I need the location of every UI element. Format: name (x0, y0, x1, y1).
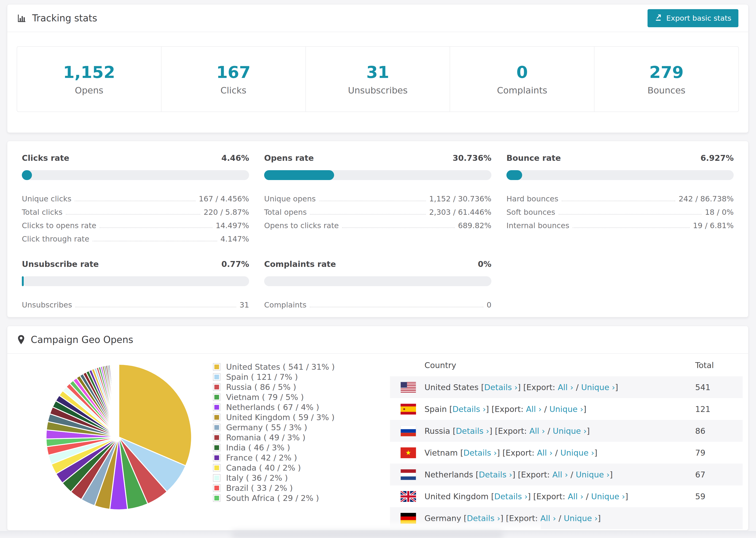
rate-block-complaints-rate: Complaints rate0%Complaints0 (264, 259, 491, 309)
export-all-link[interactable]: All › (529, 426, 545, 436)
rate-progress-fill (507, 170, 522, 180)
export-unique-link[interactable]: Unique › (561, 448, 594, 457)
export-label: Export: (495, 404, 523, 414)
legend-item: Spain ( 121 / 7% ) (213, 372, 335, 382)
geo-table-row-de: Germany [Details ›] [Export: All › / Uni… (390, 507, 743, 529)
details-link[interactable]: Details › (467, 513, 500, 523)
rate-row: Clicks to opens rate14.497% (22, 217, 249, 230)
rate-value: 0.77% (221, 259, 249, 269)
rate-value: 0% (478, 259, 491, 269)
rate-row-value: 4.147% (220, 235, 249, 243)
export-all-link[interactable]: All › (540, 513, 556, 523)
column-header-total: Total (695, 360, 714, 370)
export-label: Export: (498, 426, 527, 436)
export-unique-link[interactable]: Unique › (591, 492, 625, 501)
legend-label: Canada ( 40 / 2% ) (226, 463, 301, 472)
geo-table-row-ru: Russia [Details ›] [Export: All › / Uniq… (390, 420, 743, 442)
rate-row-label: Click through rate (22, 235, 89, 243)
legend-swatch (213, 394, 220, 401)
export-basic-stats-button[interactable]: Export basic stats (648, 9, 738, 27)
rate-value: 6.927% (700, 153, 734, 163)
rate-title: Complaints rate (264, 259, 336, 269)
country-name: Netherlands (424, 470, 473, 479)
dotted-leader (75, 201, 195, 201)
export-unique-link[interactable]: Unique › (564, 513, 598, 523)
rate-row-label: Complaints (264, 300, 306, 309)
legend-label: United States ( 541 / 31% ) (226, 362, 335, 372)
legend-item: Vietnam ( 79 / 5% ) (213, 392, 335, 402)
rate-row: Unsubscribes31 (22, 296, 249, 309)
details-link[interactable]: Details › (453, 404, 486, 414)
export-unique-link[interactable]: Unique › (549, 404, 583, 414)
legend-label: Romania ( 49 / 3% ) (226, 433, 305, 442)
dotted-leader (75, 307, 236, 307)
legend-swatch (213, 475, 220, 481)
export-unique-link[interactable]: Unique › (576, 470, 610, 479)
rate-row-label: Unique clicks (22, 194, 71, 203)
export-all-link[interactable]: All › (568, 492, 583, 501)
rate-progress-track (264, 276, 491, 286)
geo-header: Campaign Geo Opens (7, 326, 748, 354)
export-label: Export: (536, 492, 566, 501)
dotted-leader (99, 228, 212, 228)
details-link[interactable]: Details › (479, 470, 512, 479)
export-all-link[interactable]: All › (558, 383, 573, 392)
dotted-leader (92, 241, 217, 241)
tracking-stats-title: Tracking stats (17, 13, 97, 24)
legend-item: Brazil ( 33 / 2% ) (213, 483, 335, 493)
flag-icon-de (401, 513, 416, 524)
rate-progress-track (264, 170, 491, 180)
legend-label: United Kingdom ( 59 / 3% ) (226, 413, 335, 422)
export-label: Export: (509, 513, 538, 523)
page-title: Tracking stats (32, 13, 97, 24)
export-label: Export: (526, 383, 555, 392)
export-all-link[interactable]: All › (526, 404, 542, 414)
export-unique-link[interactable]: Unique › (581, 383, 615, 392)
legend-item: Romania ( 49 / 3% ) (213, 432, 335, 443)
flag-icon-us (401, 382, 416, 393)
legend-swatch (213, 485, 220, 491)
rate-row-value: 2,303 / 61.446% (429, 208, 491, 217)
rate-progress-fill (264, 170, 334, 180)
legend-label: Vietnam ( 79 / 5% ) (226, 393, 304, 402)
rate-row: Total clicks220 / 5.87% (22, 203, 249, 217)
summary-cell-clicks: 167Clicks (162, 47, 306, 112)
flag-icon-es (401, 404, 416, 414)
summary-row: 1,152Opens167Clicks31Unsubscribes0Compla… (17, 46, 739, 112)
geo-table-row-es: Spain [Details ›] [Export: All › / Uniqu… (390, 398, 743, 420)
legend-label: India ( 46 / 3% ) (226, 443, 290, 452)
dotted-leader (310, 214, 426, 215)
rate-block-unsubscribe-rate: Unsubscribe rate0.77%Unsubscribes31 (22, 259, 249, 309)
details-link[interactable]: Details › (463, 448, 497, 457)
legend-swatch (213, 414, 220, 421)
geo-card: Campaign Geo Opens United States ( 541 /… (7, 326, 748, 530)
flag-icon-ru (401, 426, 416, 436)
legend-label: Spain ( 121 / 7% ) (226, 372, 298, 382)
legend-label: Italy ( 36 / 2% ) (226, 473, 288, 483)
geo-table-row-us: United States [Details ›] [Export: All ›… (390, 376, 743, 398)
map-pin-icon (17, 335, 25, 345)
export-unique-link[interactable]: Unique › (553, 426, 586, 436)
rate-row-label: Total clicks (22, 208, 63, 217)
summary-value: 167 (216, 63, 250, 82)
summary-value: 279 (649, 63, 684, 82)
rate-progress-track (507, 170, 734, 180)
rate-title: Unsubscribe rate (22, 259, 99, 269)
rate-row: Opens to clicks rate689.82% (264, 217, 491, 230)
summary-label: Complaints (497, 85, 547, 95)
rate-title: Opens rate (264, 153, 314, 163)
rate-row: Hard bounces242 / 86.738% (507, 190, 734, 203)
export-all-link[interactable]: All › (537, 448, 553, 457)
geo-table: Country Total United States [Details ›] … (390, 354, 743, 529)
details-link[interactable]: Details › (456, 426, 489, 436)
legend-label: Russia ( 86 / 5% ) (226, 382, 296, 392)
details-link[interactable]: Details › (484, 383, 517, 392)
export-all-link[interactable]: All › (553, 470, 568, 479)
rate-row-value: 242 / 86.738% (678, 194, 734, 203)
legend-item: India ( 46 / 3% ) (213, 443, 335, 453)
rate-row-value: 1,152 / 30.736% (429, 194, 491, 203)
rates-card: Clicks rate4.46%Unique clicks167 / 4.456… (7, 141, 748, 317)
legend-swatch (213, 455, 220, 461)
details-link[interactable]: Details › (494, 492, 527, 501)
geo-pie-chart (42, 361, 195, 513)
